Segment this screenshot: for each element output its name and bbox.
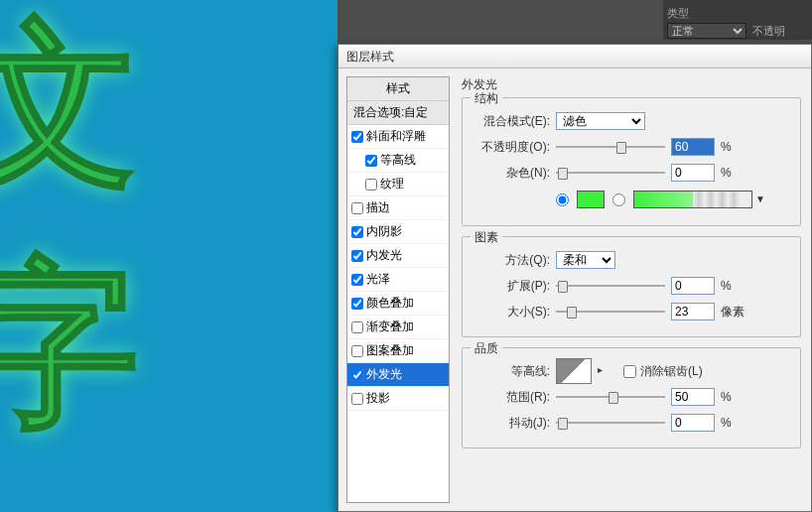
style-label: 图案叠加	[366, 342, 414, 359]
structure-fieldset: 结构 混合模式(E): 滤色 不透明度(O): % 杂色(N): %	[462, 97, 801, 226]
style-checkbox[interactable]	[351, 393, 363, 405]
elements-legend: 图素	[471, 229, 502, 246]
style-item[interactable]: 光泽	[347, 268, 449, 292]
antialias-checkbox[interactable]	[623, 365, 636, 378]
contour-picker[interactable]	[556, 358, 592, 384]
style-checkbox[interactable]	[351, 321, 363, 333]
gradient-radio[interactable]	[612, 193, 625, 206]
style-label: 投影	[366, 390, 390, 407]
spread-unit: %	[721, 279, 746, 293]
structure-legend: 结构	[471, 90, 502, 107]
style-checkbox[interactable]	[351, 202, 363, 214]
size-label: 大小(S):	[473, 304, 550, 320]
style-label: 光泽	[366, 271, 390, 288]
opacity-label: 不透明	[752, 24, 785, 39]
technique-label: 方法(Q):	[473, 252, 550, 269]
style-checkbox[interactable]	[351, 369, 363, 381]
antialias-checkbox-label[interactable]: 消除锯齿(L)	[623, 363, 703, 380]
jitter-input[interactable]	[671, 414, 715, 432]
style-checkbox[interactable]	[351, 226, 363, 238]
jitter-unit: %	[721, 416, 746, 430]
style-item[interactable]: 外发光	[347, 363, 449, 387]
style-label: 内发光	[366, 247, 402, 264]
style-label: 斜面和浮雕	[366, 128, 426, 145]
style-label: 内阴影	[366, 223, 402, 240]
contour-label: 等高线:	[473, 363, 550, 380]
style-label: 纹理	[380, 176, 404, 192]
layer-style-dialog: 图层样式 样式 混合选项:自定 斜面和浮雕等高线纹理描边内阴影内发光光泽颜色叠加…	[338, 44, 812, 512]
solid-color-radio[interactable]	[556, 193, 569, 206]
style-label: 等高线	[380, 152, 416, 169]
blend-options-row[interactable]: 混合选项:自定	[347, 101, 449, 125]
jitter-label: 抖动(J):	[473, 415, 550, 432]
outer-glow-panel: 外发光 结构 混合模式(E): 滤色 不透明度(O): % 杂色(N):	[450, 68, 811, 511]
style-item[interactable]: 颜色叠加	[347, 292, 449, 316]
spread-slider[interactable]	[556, 277, 665, 295]
panel-title: 外发光	[462, 76, 801, 93]
range-input[interactable]	[671, 388, 715, 406]
style-item[interactable]: 渐变叠加	[347, 316, 449, 339]
noise-input[interactable]	[671, 164, 715, 182]
style-item[interactable]: 图案叠加	[347, 339, 449, 363]
style-checkbox[interactable]	[365, 155, 377, 167]
opacity-slider[interactable]	[556, 138, 665, 156]
spread-input[interactable]	[671, 277, 715, 295]
elements-fieldset: 图素 方法(Q): 柔和 扩展(P): % 大小(S): 像素	[462, 236, 801, 337]
gradient-swatch[interactable]	[633, 191, 752, 208]
opacity-unit: %	[721, 140, 746, 154]
style-checkbox[interactable]	[365, 179, 377, 191]
style-label: 描边	[366, 199, 390, 216]
style-label: 外发光	[366, 366, 402, 383]
size-unit: 像素	[721, 304, 746, 320]
style-item[interactable]: 等高线	[347, 149, 449, 173]
style-item[interactable]: 内阴影	[347, 220, 449, 244]
quality-fieldset: 品质 等高线: 消除锯齿(L) 范围(R): %	[462, 347, 801, 448]
canvas-background[interactable]: 文字	[0, 0, 338, 512]
size-slider[interactable]	[556, 303, 665, 320]
range-unit: %	[721, 390, 746, 404]
technique-combo[interactable]: 柔和	[556, 251, 615, 269]
noise-label: 杂色(N):	[473, 165, 550, 182]
styles-list: 样式 混合选项:自定 斜面和浮雕等高线纹理描边内阴影内发光光泽颜色叠加渐变叠加图…	[346, 76, 450, 503]
blend-mode-combo[interactable]: 滤色	[556, 112, 645, 130]
style-label: 渐变叠加	[366, 319, 414, 335]
type-filter-label: 类型	[667, 6, 689, 21]
blend-mode-label: 混合模式(E):	[473, 113, 550, 130]
color-swatch[interactable]	[577, 191, 605, 208]
noise-slider[interactable]	[556, 164, 665, 182]
dialog-title: 图层样式	[338, 45, 811, 68]
quality-legend: 品质	[471, 340, 502, 357]
style-checkbox[interactable]	[351, 345, 363, 357]
style-item[interactable]: 内发光	[347, 244, 449, 268]
range-label: 范围(R):	[473, 389, 550, 406]
style-checkbox[interactable]	[351, 250, 363, 262]
style-item[interactable]: 纹理	[347, 173, 449, 196]
style-label: 颜色叠加	[366, 295, 414, 312]
opacity-label: 不透明度(O):	[473, 139, 550, 156]
style-checkbox[interactable]	[351, 131, 363, 143]
style-item[interactable]: 描边	[347, 196, 449, 220]
layers-panel-top: 类型 正常 不透明	[663, 0, 812, 40]
blend-mode-select[interactable]: 正常	[667, 23, 746, 39]
size-input[interactable]	[671, 303, 715, 320]
noise-unit: %	[721, 166, 746, 180]
style-item[interactable]: 投影	[347, 387, 449, 411]
style-checkbox[interactable]	[351, 274, 363, 286]
style-checkbox[interactable]	[351, 298, 363, 310]
opacity-input[interactable]	[671, 138, 715, 156]
canvas-text: 文字	[0, 0, 298, 466]
spread-label: 扩展(P):	[473, 278, 550, 295]
styles-header[interactable]: 样式	[347, 77, 449, 101]
range-slider[interactable]	[556, 388, 665, 406]
jitter-slider[interactable]	[556, 414, 665, 432]
style-item[interactable]: 斜面和浮雕	[347, 125, 449, 149]
